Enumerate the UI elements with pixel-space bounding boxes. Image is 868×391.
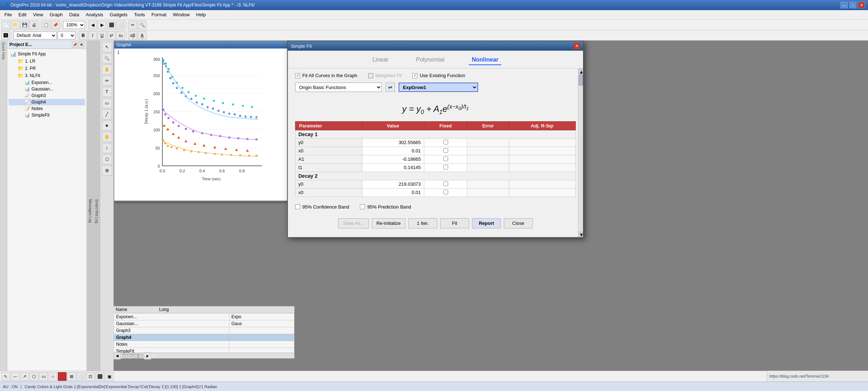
fixed-checkbox-x0-d2[interactable] [443, 190, 448, 194]
tree-file-simplefit[interactable]: 📊 SimpleFit [9, 112, 85, 118]
btb-line[interactable]: ─ [11, 372, 20, 381]
tree-file-graph3[interactable]: 📈 Graph3 [9, 92, 85, 99]
btb-more2[interactable]: ⬜ [77, 372, 85, 381]
btb-fill[interactable]: ▣ [105, 372, 114, 381]
close-button[interactable]: ✕ [858, 2, 865, 8]
btb-circle[interactable]: ○ [48, 372, 57, 381]
scroll-down-arrow[interactable]: ▼ [579, 232, 583, 237]
table-row[interactable]: SimpleFit [114, 348, 294, 353]
dialog-scroll-thumb[interactable] [579, 75, 583, 85]
function-category-select[interactable]: Origin Basic Functions [295, 83, 382, 92]
tree-file-exponen[interactable]: 📊 Exponen... [9, 79, 85, 86]
tool-text[interactable]: T [102, 87, 112, 97]
tb-btn3[interactable]: ⬛ [107, 21, 116, 29]
tb-btn1[interactable]: ◀ [88, 21, 97, 29]
zoom-select[interactable]: 100% 75% 150% [63, 21, 85, 29]
tool-region[interactable]: ⬡ [102, 154, 112, 164]
project-pin-btn[interactable]: 📌 [72, 42, 78, 47]
save-button[interactable]: 💾 [20, 21, 29, 29]
text-color-button[interactable]: A̲ [138, 31, 146, 40]
save-as-button[interactable]: Save As... [338, 218, 369, 228]
dialog-close-button[interactable]: ✕ [574, 43, 580, 49]
project-close-btn[interactable]: ✕ [78, 42, 84, 47]
param-value-t1-d1[interactable]: 0.14145 [362, 163, 424, 172]
param-value-a1-d1[interactable]: -0.18665 [362, 155, 424, 163]
menu-graph[interactable]: Graph [47, 11, 65, 18]
menu-view[interactable]: View [30, 11, 46, 18]
param-value-x0-d2[interactable]: 0.01 [362, 188, 424, 197]
tree-folder-lr[interactable]: 📁 1. LR [9, 58, 85, 65]
tree-file-graph4[interactable]: 📈 Graph4 [9, 99, 85, 105]
param-fixed-a1-d1[interactable] [424, 155, 467, 163]
fixed-checkbox-x0-d1[interactable] [443, 148, 448, 153]
menu-window[interactable]: Window [170, 11, 192, 18]
fit-all-curves-checkbox[interactable] [295, 73, 300, 78]
tb-btn4[interactable]: ⬜ [116, 21, 125, 29]
scroll-up-arrow[interactable]: ▲ [579, 69, 583, 74]
btb-more4[interactable]: ⬛ [95, 372, 104, 381]
paste-button[interactable]: 📌 [51, 21, 60, 29]
tool-line[interactable]: ╱ [102, 109, 112, 119]
btb-poly[interactable]: ⬡ [30, 372, 38, 381]
table-row-selected[interactable]: Graph4 [114, 334, 294, 341]
menu-analysis[interactable]: Analysis [83, 11, 106, 18]
tree-file-gaussian[interactable]: 📊 Gaussian... [9, 86, 85, 92]
bold-button[interactable]: B [79, 31, 88, 40]
btb-more3[interactable]: ⊡ [86, 372, 95, 381]
confidence-band-checkbox[interactable] [295, 204, 300, 209]
tool-pan[interactable]: ✋ [102, 64, 112, 75]
function-name-select[interactable]: ExpGrow1 ExpDecay1 Gaussian [399, 83, 478, 92]
table-row[interactable]: Exponen... Expo [114, 314, 294, 320]
tool-move[interactable]: 🖐 [102, 132, 112, 142]
fixed-checkbox-a1-d1[interactable] [443, 156, 448, 161]
tool-zoom-in[interactable]: 🔍 [102, 53, 112, 63]
new-button[interactable]: 📄 [1, 21, 10, 29]
menu-format[interactable]: Format [149, 11, 169, 18]
fixed-checkbox-t1-d1[interactable] [443, 165, 448, 169]
fmt-btn1[interactable]: 🅰 [1, 31, 10, 40]
scroll-left-btn[interactable]: ◀ [114, 352, 121, 360]
fixed-checkbox-y0-d2[interactable] [443, 181, 448, 186]
tab-nonlinear[interactable]: Nonlinear [469, 55, 501, 65]
tree-folder-pr[interactable]: 📁 2. PR [9, 65, 85, 72]
tb-btn6[interactable]: 🔍 [138, 21, 146, 29]
tree-app-name[interactable]: Simple Fit App [18, 51, 46, 56]
tool-draw[interactable]: ✏ [102, 76, 112, 86]
param-fixed-y0-d1[interactable] [424, 138, 467, 147]
dialog-scrollbar[interactable]: ▲ ▼ [578, 68, 583, 237]
fit-button[interactable]: Fit [440, 218, 469, 228]
open-button[interactable]: 📁 [11, 21, 20, 29]
use-existing-function-checkbox[interactable] [412, 73, 417, 78]
one-iter-button[interactable]: 1 Iter. [408, 218, 437, 228]
tree-file-notes[interactable]: 📝 Notes [9, 105, 85, 112]
tree-folder-nlfit[interactable]: 📁 3. NLFit [9, 72, 85, 79]
report-button[interactable]: Report [472, 218, 501, 228]
table-row[interactable]: Notes [114, 341, 294, 348]
close-dialog-button[interactable]: Close [504, 218, 533, 228]
param-value-x0-d1[interactable]: 0.01 [362, 147, 424, 155]
menu-file[interactable]: File [1, 11, 15, 18]
superscript-button[interactable]: x² [107, 31, 116, 40]
tool-shape[interactable]: ▭ [102, 98, 112, 108]
btb-color1[interactable] [58, 372, 67, 381]
tb-btn2[interactable]: ▶ [98, 21, 106, 29]
btb-more1[interactable]: ⊞ [67, 372, 76, 381]
param-value-y0-d1[interactable]: 302.55665 [362, 138, 424, 147]
param-value-y0-d2[interactable]: 219.03073 [362, 180, 424, 188]
fixed-checkbox-y0-d1[interactable] [443, 140, 448, 144]
maximize-button[interactable]: □ [849, 2, 856, 8]
underline-button[interactable]: U [98, 31, 106, 40]
subscript-button[interactable]: x₂ [116, 31, 125, 40]
greek-button[interactable]: αβ [128, 31, 137, 40]
tool-annotate[interactable]: ★ [102, 121, 112, 131]
tool-select[interactable]: ↖ [102, 42, 112, 52]
param-fixed-x0-d1[interactable] [424, 147, 467, 155]
italic-button[interactable]: I [88, 31, 97, 40]
swap-button[interactable]: ⇌ [386, 83, 395, 92]
font-size-select[interactable]: 0 8 10 12 [58, 31, 76, 39]
reinitialize-button[interactable]: Re-initialize [372, 218, 405, 228]
btb-arrow[interactable]: ↗ [20, 372, 29, 381]
prediction-band-checkbox[interactable] [360, 204, 365, 209]
table-row[interactable]: Gaussian... Gaus [114, 320, 294, 327]
font-select[interactable]: Default: Arial [13, 31, 57, 39]
